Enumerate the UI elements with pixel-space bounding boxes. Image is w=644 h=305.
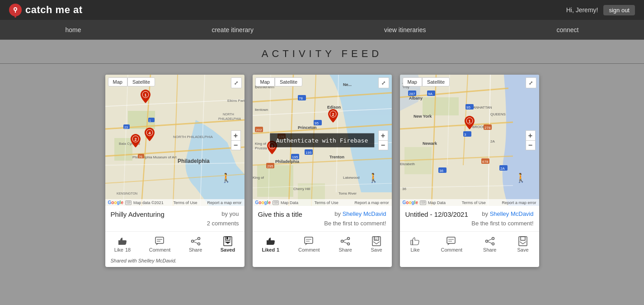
- save-button-2[interactable]: Save: [367, 235, 386, 253]
- map-btn-map-1[interactable]: Map: [108, 77, 127, 86]
- app-logo[interactable]: catch me at: [9, 4, 83, 16]
- zoom-in-3[interactable]: +: [526, 130, 536, 140]
- header-right: Hi, Jeremy! sign out: [566, 5, 635, 15]
- card-philly-adventuring: Map Satellite ⤢: [105, 75, 244, 267]
- svg-rect-150: [521, 237, 525, 240]
- terms-link-1[interactable]: Terms of Use: [174, 200, 197, 205]
- map-footer-1: Google ⌨ Map data ©2021 Terms of Use Rep…: [105, 199, 244, 206]
- svg-text:202: 202: [256, 128, 262, 132]
- map-expand-2[interactable]: ⤢: [378, 77, 389, 88]
- zoom-out-1[interactable]: −: [231, 140, 241, 150]
- svg-line-147: [488, 239, 492, 241]
- svg-text:New York: New York: [414, 114, 432, 119]
- cards-container: Map Satellite ⤢: [0, 70, 644, 281]
- comment-button-2[interactable]: Comment: [295, 235, 324, 253]
- comment-button-1[interactable]: Comment: [146, 235, 174, 253]
- author-link-2[interactable]: Shelley McDavid: [343, 210, 386, 217]
- comment-icon-3: [447, 236, 456, 246]
- svg-text:23: 23: [124, 126, 128, 129]
- map-expand-3[interactable]: ⤢: [526, 77, 536, 88]
- nav-view-itineraries[interactable]: view itineraries: [371, 22, 440, 38]
- svg-text:Prussia: Prussia: [255, 146, 267, 150]
- report-link-3[interactable]: Report a map error: [502, 200, 536, 205]
- page-title: ACTIVITY FEED: [0, 48, 644, 60]
- svg-text:36: 36: [439, 169, 443, 173]
- card-title-1: Philly Adventuring: [111, 210, 165, 218]
- svg-text:Ne...: Ne...: [343, 82, 352, 87]
- like-button-3[interactable]: Like: [406, 235, 423, 253]
- map-btn-map-2[interactable]: Map: [255, 77, 275, 86]
- save-button-1[interactable]: Saved: [217, 235, 239, 253]
- terms-link-2[interactable]: Terms of Use: [315, 200, 338, 205]
- map-btn-satellite-3[interactable]: Satellite: [422, 77, 450, 86]
- card-shared-1: Shared with Shelley McDavid.: [105, 256, 244, 267]
- report-link-1[interactable]: Report a map error: [207, 200, 241, 205]
- svg-text:Lakewood: Lakewood: [343, 176, 359, 180]
- card-body-3: Untitled - 12/03/2021 by Shelley McDavid…: [400, 206, 539, 231]
- svg-line-41: [193, 239, 197, 241]
- card-body-2: Give this a title by Shelley McDavid Be …: [253, 206, 392, 231]
- card-actions-1: Like 18 Comment: [105, 231, 244, 256]
- svg-point-40: [197, 243, 200, 245]
- svg-point-94: [341, 240, 343, 243]
- title-divider: [0, 63, 644, 64]
- comment-icon-1: [155, 236, 165, 246]
- share-icon-1: [191, 236, 201, 246]
- map-btn-satellite-2[interactable]: Satellite: [275, 77, 302, 86]
- logo-icon: [9, 4, 22, 16]
- map-expand-1[interactable]: ⤢: [231, 77, 242, 88]
- svg-rect-100: [375, 237, 377, 239]
- nav-create-itinerary[interactable]: create itinerary: [198, 22, 267, 38]
- share-button-2[interactable]: Share: [335, 235, 355, 253]
- svg-text:678: 678: [482, 160, 489, 164]
- svg-text:476: 476: [278, 135, 285, 139]
- svg-text:Philadelphia: Philadelphia: [275, 159, 300, 164]
- terms-link-3[interactable]: Terms of Use: [462, 200, 486, 205]
- svg-text:Elkins Park: Elkins Park: [227, 99, 244, 103]
- share-icon-3: [485, 236, 495, 246]
- nav-connect[interactable]: connect: [543, 22, 592, 38]
- pin-1-card3: 1: [465, 116, 475, 131]
- share-button-3[interactable]: Share: [479, 235, 500, 253]
- nav-home[interactable]: home: [52, 22, 94, 38]
- map-data-label-3: Map Data: [428, 200, 446, 205]
- comment-icon-2: [304, 236, 314, 246]
- comment-button-3[interactable]: Comment: [437, 235, 466, 253]
- svg-text:KENSINGTON: KENSINGTON: [117, 192, 137, 195]
- svg-point-146: [492, 243, 494, 245]
- save-icon-1: [223, 236, 233, 246]
- share-button-1[interactable]: Share: [185, 235, 206, 253]
- map-area-1[interactable]: Map Satellite ⤢: [105, 75, 244, 206]
- zoom-out-2[interactable]: −: [378, 140, 388, 150]
- author-link-3[interactable]: Shelley McDavid: [490, 210, 534, 217]
- svg-text:Trenton: Trenton: [329, 155, 344, 159]
- svg-text:195: 195: [292, 155, 298, 159]
- save-button-3[interactable]: Save: [513, 235, 532, 253]
- pegman-3: 🚶: [515, 172, 526, 183]
- card-comments-2: Be the first to comment!: [258, 220, 386, 227]
- zoom-in-2[interactable]: +: [378, 130, 388, 140]
- zoom-out-3[interactable]: −: [526, 140, 536, 150]
- map-data-label-2: Map Data: [281, 200, 298, 205]
- map-btn-map-3[interactable]: Map: [403, 77, 422, 86]
- like-button-1[interactable]: Like 18: [111, 235, 134, 253]
- pin-2-card2: 2: [328, 109, 338, 124]
- share-icon-2: [340, 236, 350, 246]
- svg-text:2: 2: [332, 112, 334, 117]
- svg-rect-47: [257, 165, 293, 197]
- card-title-row-3: Untitled - 12/03/2021 by Shelley McDavid: [405, 210, 534, 218]
- report-link-2[interactable]: Report a map error: [354, 200, 389, 205]
- sign-out-button[interactable]: sign out: [603, 5, 635, 15]
- map-area-2[interactable]: Map Satellite ⤢: [253, 75, 392, 206]
- svg-point-145: [485, 240, 488, 243]
- svg-text:4: 4: [149, 131, 151, 135]
- zoom-in-1[interactable]: +: [231, 130, 241, 140]
- svg-text:9A: 9A: [428, 92, 432, 96]
- page-title-section: ACTIVITY FEED: [0, 40, 644, 70]
- map-area-3[interactable]: Map Satellite ⤢: [400, 75, 539, 206]
- like-button-2[interactable]: Liked 1: [258, 235, 283, 253]
- svg-point-39: [191, 240, 193, 243]
- map-btn-satellite-1[interactable]: Satellite: [127, 77, 155, 86]
- svg-text:Cherry Hill: Cherry Hill: [293, 187, 310, 191]
- svg-rect-149: [519, 237, 527, 246]
